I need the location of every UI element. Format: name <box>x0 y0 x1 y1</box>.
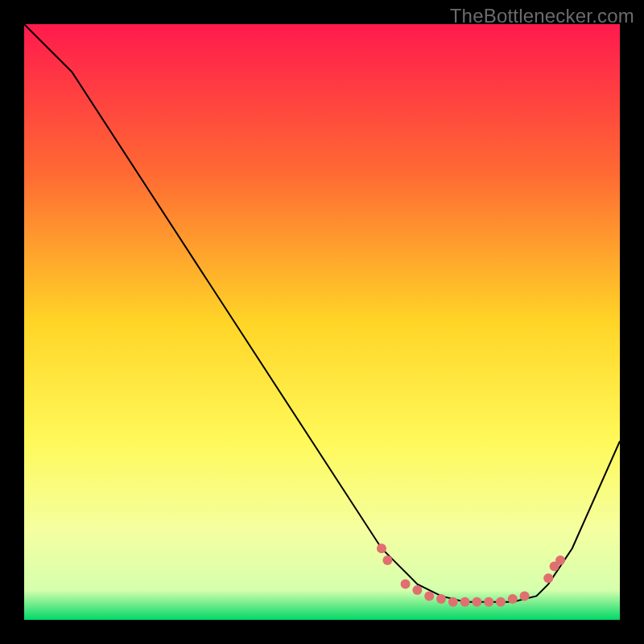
chart-frame <box>24 24 620 620</box>
marker-dot <box>412 585 422 595</box>
marker-dot <box>543 573 553 583</box>
marker-dot <box>508 594 518 604</box>
watermark-text: TheBottlenecker.com <box>450 5 634 27</box>
marker-dot <box>436 594 446 604</box>
chart-svg <box>24 24 620 620</box>
marker-dot <box>496 597 506 607</box>
marker-dot <box>424 591 434 601</box>
marker-dot <box>472 597 481 607</box>
marker-dot <box>448 597 458 607</box>
marker-dot <box>555 555 565 565</box>
chart-background <box>24 24 620 620</box>
marker-dot <box>382 555 392 565</box>
marker-dot <box>520 591 530 601</box>
marker-dot <box>377 543 386 553</box>
marker-dot <box>484 597 493 607</box>
marker-dot <box>401 580 411 589</box>
marker-dot <box>460 597 470 607</box>
